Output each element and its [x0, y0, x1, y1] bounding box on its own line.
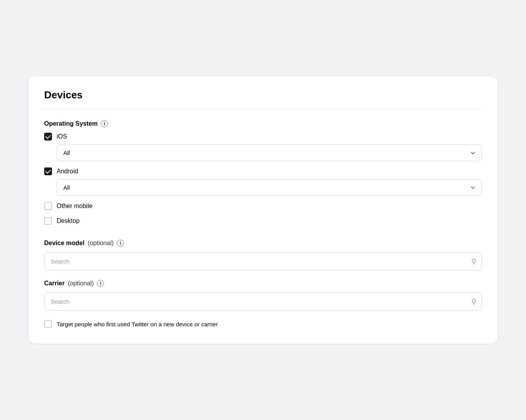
ios-section: iOS All iOS 16 iOS 15 iOS 14 iOS 13: [44, 133, 482, 161]
device-model-label-text: Device model: [44, 240, 84, 247]
os-label-text: Operating System: [44, 120, 98, 127]
carrier-info-icon[interactable]: ℹ: [97, 280, 104, 287]
operating-system-section: Operating System ℹ iOS All iOS 16 iOS 15…: [44, 120, 482, 229]
device-model-section: Device model (optional) ℹ ⚲: [44, 240, 482, 271]
devices-card: Devices Operating System ℹ iOS All iOS 1…: [29, 77, 497, 343]
carrier-section: Carrier (optional) ℹ ⚲: [44, 280, 482, 311]
android-section: Android All Android 13 Android 12 Androi…: [44, 167, 482, 196]
os-section-label: Operating System ℹ: [44, 120, 482, 127]
android-label[interactable]: Android: [57, 168, 78, 175]
target-new-device-label[interactable]: Target people who first used Twitter on …: [57, 321, 218, 327]
ios-checkbox-row: iOS: [44, 133, 482, 141]
divider: [44, 109, 482, 109]
device-model-section-label: Device model (optional) ℹ: [44, 240, 482, 247]
target-new-device-row: Target people who first used Twitter on …: [44, 320, 482, 328]
device-model-optional: (optional): [88, 240, 114, 247]
desktop-label[interactable]: Desktop: [57, 217, 80, 224]
device-model-search-input[interactable]: [44, 252, 482, 271]
target-new-device-checkbox[interactable]: [44, 320, 52, 328]
other-os-group: Other mobile Desktop: [44, 202, 482, 229]
desktop-row: Desktop: [44, 217, 482, 225]
os-info-icon[interactable]: ℹ: [101, 120, 108, 127]
carrier-section-label: Carrier (optional) ℹ: [44, 280, 482, 287]
ios-checkbox[interactable]: [44, 133, 52, 141]
android-dropdown-wrapper: All Android 13 Android 12 Android 11 And…: [57, 179, 482, 196]
other-mobile-row: Other mobile: [44, 202, 482, 210]
carrier-optional: (optional): [68, 280, 94, 287]
ios-label[interactable]: iOS: [57, 133, 67, 140]
carrier-search-wrapper: ⚲: [44, 292, 482, 311]
android-checkbox-row: Android: [44, 167, 482, 175]
device-model-info-icon[interactable]: ℹ: [117, 240, 124, 247]
ios-version-select[interactable]: All iOS 16 iOS 15 iOS 14 iOS 13: [57, 144, 482, 161]
android-checkbox[interactable]: [44, 167, 52, 175]
ios-dropdown-wrapper: All iOS 16 iOS 15 iOS 14 iOS 13: [57, 144, 482, 161]
carrier-search-input[interactable]: [44, 292, 482, 311]
page-title: Devices: [44, 89, 482, 101]
device-model-search-wrapper: ⚲: [44, 252, 482, 271]
carrier-label-text: Carrier: [44, 280, 64, 287]
other-mobile-label[interactable]: Other mobile: [57, 203, 93, 210]
android-version-select[interactable]: All Android 13 Android 12 Android 11 And…: [57, 179, 482, 196]
other-mobile-checkbox[interactable]: [44, 202, 52, 210]
desktop-checkbox[interactable]: [44, 217, 52, 225]
